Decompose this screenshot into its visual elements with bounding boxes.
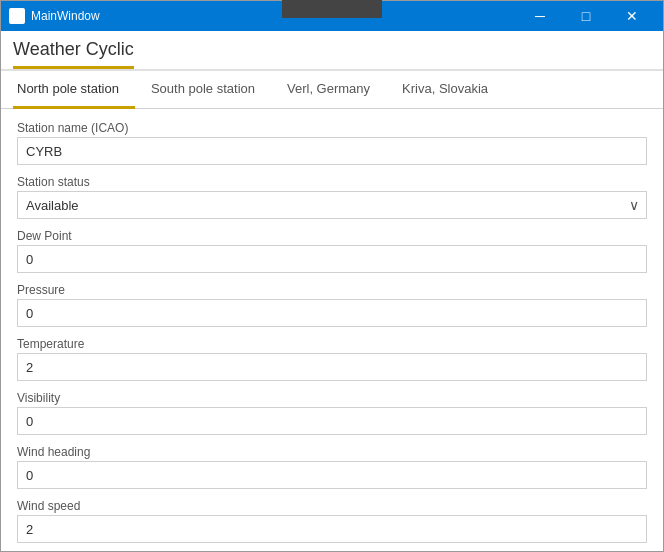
wind-heading-group: Wind heading [17,445,647,489]
close-button[interactable]: ✕ [609,1,655,31]
app-header: Weather Cyclic [1,31,663,71]
tab-kriva-slovakia[interactable]: Kriva, Slovakia [386,71,504,109]
temperature-group: Temperature [17,337,647,381]
visibility-group: Visibility [17,391,647,435]
main-window: MainWindow ─ □ ✕ Weather Cyclic North po… [0,0,664,552]
tab-verl-germany[interactable]: Verl, Germany [271,71,386,109]
temperature-input[interactable] [17,353,647,381]
minimize-button[interactable]: ─ [517,1,563,31]
station-name-input[interactable] [17,137,647,165]
app-title: Weather Cyclic [13,39,134,69]
title-bar-left: MainWindow [9,8,100,24]
temperature-label: Temperature [17,337,647,351]
wind-speed-group: Wind speed [17,499,647,543]
station-name-group: Station name (ICAO) [17,121,647,165]
station-status-select[interactable]: Available Unavailable [17,191,647,219]
visibility-label: Visibility [17,391,647,405]
dew-point-input[interactable] [17,245,647,273]
window-title: MainWindow [31,9,100,23]
dew-point-group: Dew Point [17,229,647,273]
form-content: Station name (ICAO) Station status Avail… [1,109,663,551]
station-name-label: Station name (ICAO) [17,121,647,135]
station-status-label: Station status [17,175,647,189]
dew-point-label: Dew Point [17,229,647,243]
tab-south-pole[interactable]: South pole station [135,71,271,109]
pressure-label: Pressure [17,283,647,297]
visibility-input[interactable] [17,407,647,435]
app-icon [9,8,25,24]
station-status-wrapper: Available Unavailable ∨ [17,191,647,219]
wind-speed-input[interactable] [17,515,647,543]
wind-heading-label: Wind heading [17,445,647,459]
wind-heading-input[interactable] [17,461,647,489]
tabs-bar: North pole station South pole station Ve… [1,71,663,109]
station-status-group: Station status Available Unavailable ∨ [17,175,647,219]
maximize-button[interactable]: □ [563,1,609,31]
taskbar-preview [282,0,382,18]
wind-speed-label: Wind speed [17,499,647,513]
pressure-input[interactable] [17,299,647,327]
tab-north-pole[interactable]: North pole station [13,71,135,109]
title-bar-controls: ─ □ ✕ [517,1,655,31]
pressure-group: Pressure [17,283,647,327]
